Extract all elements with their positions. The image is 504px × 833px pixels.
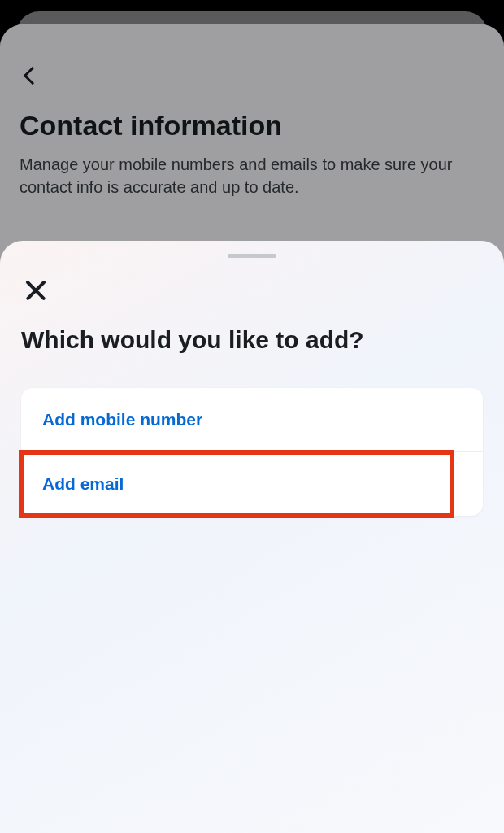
add-mobile-number-option[interactable]: Add mobile number [21,388,483,451]
close-icon[interactable] [24,279,47,302]
add-email-option[interactable]: Add email [21,452,483,516]
contact-option-list: Add mobile number Add email [21,388,483,516]
drag-handle[interactable] [228,254,276,258]
sheet-title: Which would you like to add? [21,326,483,354]
add-contact-bottom-sheet: Which would you like to add? Add mobile … [0,241,504,833]
